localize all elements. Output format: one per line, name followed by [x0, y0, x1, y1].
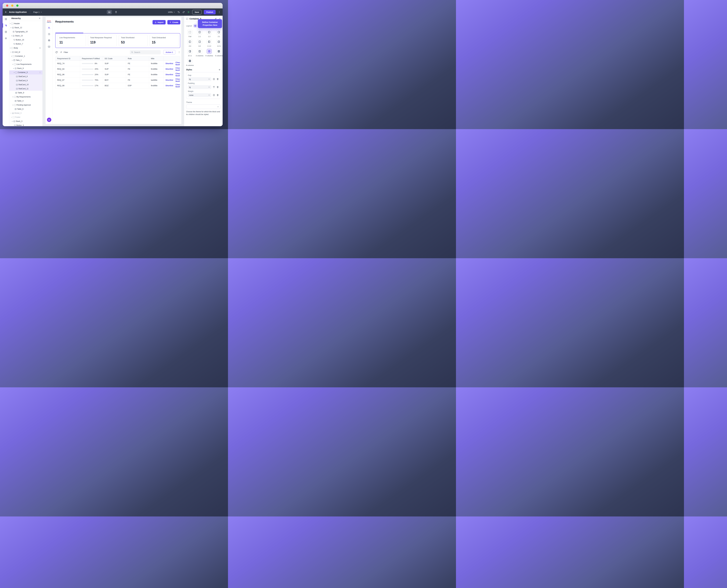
chart-nav-icon[interactable] [48, 45, 50, 48]
check-notif-link[interactable]: Check Notif [175, 72, 180, 77]
stat-card-total-shortlisted[interactable]: Total Shortlisted53 [119, 35, 148, 46]
tree-item-pending-approval[interactable]: ▾Pending Approval [9, 103, 42, 107]
layout-option-4-columns[interactable]: 4 columns [206, 49, 213, 57]
column-header-mile[interactable]: Mile [149, 56, 164, 61]
caret-down-icon[interactable]: ▾ [11, 117, 12, 118]
tree-item-table-4[interactable]: Table_4 [9, 99, 42, 103]
table-row-req_74[interactable]: REQ_748%SUPFEfirstMileShortlistCheck Not… [56, 61, 180, 66]
add-style-icon[interactable] [218, 69, 220, 71]
padding-delete-icon[interactable] [216, 86, 219, 88]
gap-spacing-icon[interactable] [213, 78, 215, 80]
tree-item-stack-12[interactable]: ▾Stack_12 [9, 26, 42, 30]
tree-item-button-15[interactable]: Button_15 [9, 38, 42, 42]
gap-select[interactable]: lg [188, 77, 211, 81]
rail-data-tool[interactable] [3, 30, 9, 33]
shortlist-link[interactable]: Shortlist [166, 62, 173, 65]
tree-item-table-9[interactable]: Table_9 [9, 91, 42, 95]
tree-item-stack-13[interactable]: ▾Stack_13 [9, 34, 42, 38]
rail-settings-tool[interactable] [3, 37, 9, 40]
tree-item-container-1[interactable]: ▾Container_1 [9, 54, 42, 58]
caret-down-icon[interactable]: ▾ [12, 121, 13, 122]
caret-down-icon[interactable]: ▾ [11, 35, 12, 37]
maximize-window-button[interactable] [16, 4, 19, 7]
layout-option-2-1-1[interactable]: 2:1:1 [186, 49, 194, 57]
tree-item-stack-3[interactable]: ▾Stack_3 [9, 119, 42, 123]
tree-item-my-requirements[interactable]: ▾My Requirements [9, 95, 42, 99]
check-notif-link[interactable]: Check Notif [175, 83, 180, 88]
layout-option-1-2-1[interactable]: 1:2:1 [215, 39, 222, 47]
save-button[interactable]: Save [192, 10, 201, 14]
check-notif-link[interactable]: Check Notif [175, 78, 180, 82]
caret-down-icon[interactable]: ▾ [11, 56, 12, 57]
caret-down-icon[interactable]: ▾ [12, 96, 14, 98]
table-row-req_86[interactable]: REQ_8620%SUPFEfirstMileShortlistCheck No… [56, 72, 180, 77]
theme-select[interactable] [186, 105, 220, 109]
caret-down-icon[interactable]: ▾ [12, 104, 14, 106]
publish-button[interactable]: Publish [204, 10, 216, 14]
table-row-req_88[interactable]: REQ_8817%BOZESPfirstMileShortlistCheck N… [56, 83, 180, 88]
create-button[interactable]: Create [167, 20, 180, 24]
layout-option-1-1-2[interactable]: 1:1:2 [206, 39, 213, 47]
table-row-req_87[interactable]: REQ_8775%BHYFElastMileShortlistCheck Not… [56, 77, 180, 83]
caret-down-icon[interactable]: ▾ [10, 27, 12, 28]
column-header-dc-code[interactable]: DC Code [103, 56, 126, 61]
tree-item-container-5[interactable]: ▾Container_5 [9, 70, 42, 75]
undo-icon[interactable] [177, 11, 180, 13]
gap-delete-icon[interactable] [216, 78, 219, 80]
rail-frame-tool[interactable] [3, 18, 9, 20]
layout-option-2-1[interactable]: 2:1 [215, 30, 222, 37]
tree-item-header[interactable]: ▾Header [9, 22, 42, 26]
tree-item-stack-6[interactable]: ▾Stack_6 [9, 66, 42, 70]
column-header-requirement-id[interactable]: Requirement ID [56, 56, 80, 61]
redo-icon[interactable] [182, 11, 185, 13]
tree-item-root-id[interactable]: ▾root_id [9, 50, 42, 54]
layout-option-3-columns[interactable]: 3 columns [196, 49, 203, 57]
play-icon[interactable] [187, 11, 190, 13]
layout-option-1-2[interactable]: 1:2 [206, 30, 213, 37]
tree-item-statcard-11[interactable]: 123StatCard_11 [9, 87, 42, 91]
tree-item-statcard-8[interactable]: 123StatCard_8 [9, 75, 42, 79]
more-options-icon[interactable] [218, 11, 220, 13]
tree-item-modal-3[interactable]: ▾Modal_3 [9, 111, 42, 115]
padding-side-icon[interactable] [213, 86, 215, 88]
tree-item-body[interactable]: ▾Body [9, 46, 42, 50]
caret-down-icon[interactable]: ▾ [10, 51, 12, 53]
margin-spacing-icon[interactable] [213, 94, 215, 96]
stat-card-live-requirements[interactable]: Live Requirements11 [57, 35, 86, 46]
minimize-window-button[interactable] [11, 4, 14, 7]
caret-down-icon[interactable]: ▾ [14, 72, 15, 73]
layout-option-1-1[interactable]: 1:1 [196, 30, 203, 37]
caret-down-icon[interactable]: ▾ [13, 68, 14, 69]
page-selector[interactable]: Page 1 [33, 11, 42, 13]
tree-item-menu-icon[interactable] [39, 71, 41, 74]
check-notif-link[interactable]: Check Notif [175, 67, 180, 71]
globe-nav-icon[interactable] [48, 39, 50, 42]
shortlist-link[interactable]: Shortlist [166, 74, 173, 76]
shortlist-link[interactable]: Shortlist [166, 84, 173, 87]
caret-down-icon[interactable]: ▾ [9, 23, 11, 24]
tree-item-statcard-10[interactable]: 123StatCard_10 [9, 83, 42, 87]
layout-option-full[interactable]: Full [186, 30, 194, 37]
desktop-preview-button[interactable] [107, 10, 112, 14]
stat-card-total-manpower-required[interactable]: Total Manpower Required119 [88, 35, 117, 46]
tree-item-button-7[interactable]: Button_7 [9, 42, 42, 46]
layout-option-2-3[interactable]: 2:3 [186, 39, 194, 47]
user-avatar[interactable]: U [47, 118, 51, 122]
clock-nav-icon[interactable] [48, 33, 50, 35]
tree-item-footer[interactable]: ▾Footer [9, 115, 42, 119]
refresh-icon[interactable] [55, 51, 58, 54]
table-menu-icon[interactable] [178, 51, 180, 54]
layout-option-5-columns[interactable]: 5 columns [215, 49, 222, 57]
selected-container-outline[interactable]: Live Requirements11Total Manpower Requir… [55, 33, 180, 48]
column-header-requirement-fulfilled[interactable]: Requirement Fulfilled [80, 56, 103, 61]
table-row-req_84[interactable]: REQ_8420%SUPFEfirstMileShortlistCheck No… [56, 66, 180, 72]
back-arrow-icon[interactable] [5, 11, 7, 13]
caret-down-icon[interactable]: ▾ [12, 60, 13, 61]
add-child-icon[interactable] [39, 47, 41, 49]
caret-down-icon[interactable]: ▾ [9, 47, 11, 49]
layout-option-6-columns[interactable]: 6 columns [186, 59, 194, 66]
filter-button[interactable]: Filter [60, 51, 68, 54]
caret-down-icon[interactable]: ▾ [10, 112, 12, 114]
mobile-preview-button[interactable] [113, 10, 119, 14]
stat-card-total-onboarded[interactable]: Total Onboarded15 [150, 35, 178, 46]
